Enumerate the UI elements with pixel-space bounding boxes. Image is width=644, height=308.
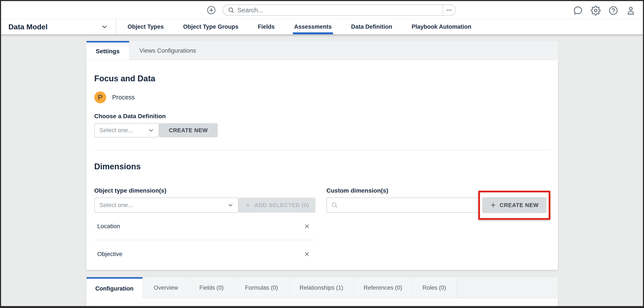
create-data-definition-button[interactable]: CREATE NEW (159, 123, 218, 137)
search-input[interactable] (238, 6, 442, 14)
select-placeholder: Select one... (100, 127, 133, 134)
nav-tab-object-types[interactable]: Object Types (128, 19, 164, 34)
remove-dimension-button[interactable] (304, 250, 311, 258)
nav-tab-fields[interactable]: Fields (258, 19, 275, 34)
custom-dimensions-column: Custom dimension(s) (326, 187, 550, 213)
focus-and-data-title: Focus and Data (94, 60, 550, 83)
create-custom-dimension-button[interactable]: CREATE NEW (482, 197, 546, 213)
nav-tab-data-definition[interactable]: Data Definition (351, 19, 392, 34)
create-new-label: CREATE NEW (500, 202, 539, 209)
object-type-dimension-select[interactable]: Select one... (94, 198, 238, 213)
tab-configuration[interactable]: Configuration (86, 277, 143, 299)
nav-tab-playbook-automation[interactable]: Playbook Automation (412, 19, 471, 34)
tab-views-configurations[interactable]: Views Configurations (129, 41, 206, 60)
chevron-down-icon (101, 23, 108, 30)
create-new-label: CREATE NEW (169, 127, 208, 134)
data-definition-select[interactable]: Select one... (94, 123, 159, 137)
gear-icon (591, 5, 601, 15)
quick-add-button[interactable] (207, 5, 216, 15)
close-icon (304, 223, 311, 230)
custom-dimension-search (326, 198, 480, 213)
dimension-name: Location (97, 223, 120, 230)
dimensions-title: Dimensions (94, 162, 550, 171)
object-detail-tab-strip: Configuration Overview Fields (0) Formul… (86, 277, 558, 299)
search-icon (331, 202, 338, 208)
module-tabs: Object Types Object Type Groups Fields A… (128, 19, 471, 34)
object-type-avatar: P (94, 91, 106, 103)
object-type-name: Process (112, 94, 135, 101)
nav-tab-assessments[interactable]: Assessments (294, 19, 332, 34)
object-type-dimensions-column: Object type dimension(s) Select one... (94, 187, 316, 268)
focus-object-row: P Process (94, 91, 550, 103)
close-icon (304, 251, 311, 258)
list-item: Location (94, 213, 316, 240)
tab-roles[interactable]: Roles (0) (412, 277, 456, 299)
settings-panel: Focus and Data P Process Choose a Data D… (86, 60, 558, 270)
configuration-panel (86, 299, 558, 306)
ellipsis-icon (446, 7, 452, 13)
search-options-button[interactable] (442, 5, 456, 15)
global-search (223, 4, 456, 16)
dimension-name: Objective (97, 251, 122, 258)
top-bar-actions (573, 5, 636, 16)
plus-icon (490, 202, 496, 209)
module-nav-bar: Data Model Object Types Object Type Grou… (1, 19, 643, 34)
assessment-tab-strip: Settings Views Configurations (86, 41, 558, 60)
chevron-down-icon (227, 202, 234, 208)
data-definition-label: Choose a Data Definition (94, 113, 550, 120)
top-bar (1, 1, 643, 19)
chevron-down-icon (148, 127, 154, 133)
tab-references[interactable]: References (0) (354, 277, 412, 299)
data-definition-controls: Select one... CREATE NEW (94, 123, 550, 137)
object-type-dimensions-label: Object type dimension(s) (94, 187, 316, 194)
plus-icon (245, 202, 251, 208)
selected-dimensions-list: Location Objective (94, 213, 316, 268)
nav-tab-object-type-groups[interactable]: Object Type Groups (183, 19, 238, 34)
settings-button[interactable] (591, 5, 601, 16)
select-placeholder: Select one... (100, 202, 133, 209)
profile-button[interactable] (626, 5, 636, 16)
tab-fields[interactable]: Fields (0) (190, 277, 234, 299)
section-divider (94, 150, 550, 150)
module-selector[interactable]: Data Model (1, 19, 116, 34)
chat-icon (573, 5, 583, 15)
help-button[interactable] (608, 5, 619, 16)
object-type-dimension-controls: Select one... (94, 198, 316, 213)
custom-dimension-controls: CREATE NEW (326, 198, 550, 213)
custom-dimension-search-input[interactable] (341, 202, 476, 209)
app-screen: Data Model Object Types Object Type Grou… (0, 0, 644, 308)
add-selected-label: ADD SELECTED (0) (254, 202, 309, 209)
help-icon (608, 5, 619, 15)
module-label: Data Model (8, 23, 48, 31)
add-selected-button[interactable]: ADD SELECTED (0) (238, 198, 316, 213)
page-content: Settings Views Configurations Focus and … (1, 34, 643, 306)
red-highlight-annotation: CREATE NEW (478, 191, 550, 220)
tab-formulas[interactable]: Formulas (0) (234, 277, 290, 299)
search-icon (228, 7, 234, 13)
tab-relationships[interactable]: Relationships (1) (290, 277, 354, 299)
plus-circle-icon (207, 5, 216, 15)
user-icon (626, 5, 636, 15)
chat-button[interactable] (573, 5, 583, 16)
list-item: Objective (94, 240, 316, 268)
tab-overview[interactable]: Overview (143, 277, 190, 299)
dimensions-columns: Object type dimension(s) Select one... (94, 187, 550, 268)
tab-settings[interactable]: Settings (86, 41, 129, 60)
remove-dimension-button[interactable] (304, 222, 311, 230)
